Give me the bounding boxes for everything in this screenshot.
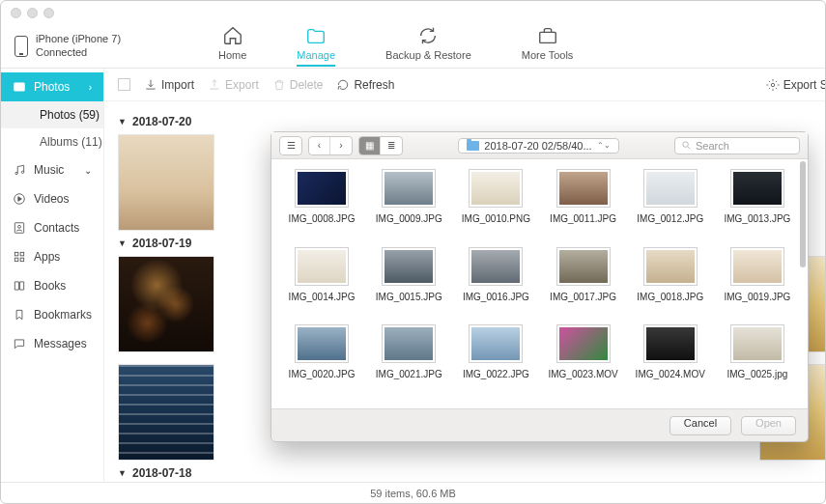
- file-thumb: [469, 247, 523, 286]
- apps-icon: [13, 250, 26, 264]
- tab-tools-label: More Tools: [522, 49, 574, 61]
- sidebar-item-apps[interactable]: Apps: [1, 242, 103, 271]
- file-label: IMG_0010.PNG: [462, 213, 530, 224]
- file-label: IMG_0009.JPG: [376, 213, 442, 224]
- back-button[interactable]: ‹: [309, 137, 330, 154]
- file-item[interactable]: IMG_0010.PNG: [453, 169, 538, 243]
- file-label: IMG_0018.JPG: [637, 292, 703, 302]
- file-item[interactable]: IMG_0012.JPG: [628, 169, 713, 243]
- file-item[interactable]: IMG_0017.JPG: [540, 247, 625, 322]
- svg-point-4: [21, 171, 23, 173]
- file-thumb: [556, 169, 611, 208]
- min-dot[interactable]: [27, 8, 38, 18]
- file-item[interactable]: IMG_0016.JPG: [453, 247, 538, 322]
- file-item[interactable]: IMG_0019.JPG: [715, 247, 800, 322]
- file-label: IMG_0022.JPG: [463, 369, 529, 379]
- date-group-header[interactable]: ▼2018-07-1843: [118, 466, 826, 480]
- file-thumb: [643, 169, 698, 208]
- file-item[interactable]: IMG_0025.jpg: [715, 324, 800, 399]
- file-label: IMG_0011.JPG: [550, 213, 616, 224]
- file-thumb: [295, 169, 349, 208]
- file-thumb: [643, 324, 698, 363]
- select-all-checkbox[interactable]: [118, 78, 130, 91]
- file-thumb: [295, 247, 349, 286]
- export-setting-button[interactable]: Export Setting: [766, 78, 826, 92]
- max-dot[interactable]: [43, 8, 54, 18]
- device-name: iPhone (iPhone 7): [36, 33, 121, 45]
- search-input[interactable]: Search: [674, 137, 800, 154]
- trash-icon: [272, 78, 286, 92]
- file-thumb: [556, 324, 611, 363]
- modal-footer: Cancel Open: [271, 408, 808, 441]
- file-item[interactable]: IMG_0024.MOV: [628, 324, 713, 399]
- refresh-button[interactable]: Refresh: [336, 78, 394, 92]
- phone-icon: [14, 36, 28, 57]
- sidebar-item-videos[interactable]: Videos: [1, 184, 103, 213]
- tab-manage-label: Manage: [297, 49, 335, 61]
- svg-point-12: [771, 83, 775, 87]
- file-label: IMG_0015.JPG: [376, 292, 442, 302]
- contacts-icon: [13, 221, 26, 235]
- file-item[interactable]: IMG_0015.JPG: [366, 247, 451, 322]
- forward-button[interactable]: ›: [330, 137, 352, 154]
- status-bar: 59 items, 60.6 MB: [1, 482, 825, 503]
- file-item[interactable]: IMG_0021.JPG: [366, 324, 451, 399]
- sidebar-item-messages[interactable]: Messages: [1, 329, 103, 358]
- photo-thumb[interactable]: [118, 134, 214, 231]
- tab-tools[interactable]: More Tools: [522, 25, 574, 67]
- path-dropdown[interactable]: 2018-07-20 02/58/40... ⌃⌄: [458, 138, 618, 154]
- sidebar-item-music[interactable]: Music ⌄: [1, 155, 103, 184]
- open-button[interactable]: Open: [741, 416, 796, 435]
- sidebar-item-books[interactable]: Books: [1, 271, 103, 300]
- scrollbar[interactable]: [800, 161, 806, 267]
- import-button[interactable]: Import: [144, 78, 194, 92]
- file-picker-modal: ☰ ‹ › ▦ ≣ 2018-07-20 02/58/40... ⌃⌄ Sear…: [271, 131, 809, 442]
- svg-point-13: [683, 142, 689, 148]
- export-button[interactable]: Export: [208, 78, 259, 92]
- cancel-button[interactable]: Cancel: [669, 416, 731, 435]
- file-item[interactable]: IMG_0008.JPG: [279, 169, 364, 243]
- file-item[interactable]: IMG_0023.MOV: [540, 324, 625, 399]
- sidebar-item-bookmarks[interactable]: Bookmarks: [1, 300, 103, 329]
- file-item[interactable]: IMG_0011.JPG: [540, 169, 625, 243]
- tab-home[interactable]: Home: [218, 25, 246, 67]
- sidebar-item-photos[interactable]: Photos ›: [1, 72, 103, 101]
- device-status: Connected: [36, 46, 121, 59]
- collapse-icon: ▼: [118, 238, 127, 248]
- sidebar-sub-albums[interactable]: Albums (11): [1, 128, 103, 155]
- sidebar: Photos › Photos (59) Albums (11) Music ⌄…: [1, 69, 104, 482]
- chevron-right-icon: ›: [89, 82, 92, 93]
- photo-thumb[interactable]: [118, 364, 214, 461]
- gear-icon: [766, 78, 780, 92]
- modal-header: ☰ ‹ › ▦ ≣ 2018-07-20 02/58/40... ⌃⌄ Sear…: [271, 132, 808, 159]
- sidebar-toggle-button[interactable]: ☰: [280, 137, 301, 154]
- file-item[interactable]: IMG_0009.JPG: [366, 169, 451, 243]
- tab-manage[interactable]: Manage: [297, 25, 335, 67]
- header: iPhone (iPhone 7) Connected Home Manage …: [1, 24, 825, 69]
- photo-thumb[interactable]: [118, 256, 214, 352]
- file-label: IMG_0024.MOV: [636, 369, 705, 379]
- grid-view-button[interactable]: ▦: [359, 137, 381, 154]
- file-thumb: [295, 324, 349, 363]
- file-thumb: [730, 247, 784, 286]
- file-label: IMG_0023.MOV: [548, 369, 617, 379]
- file-item[interactable]: IMG_0013.JPG: [715, 169, 800, 243]
- file-item[interactable]: IMG_0022.JPG: [453, 324, 538, 399]
- file-grid: IMG_0008.JPGIMG_0009.JPGIMG_0010.PNGIMG_…: [271, 159, 808, 408]
- file-thumb: [730, 169, 784, 208]
- sidebar-item-contacts[interactable]: Contacts: [1, 213, 103, 242]
- list-view-button[interactable]: ≣: [381, 137, 402, 154]
- delete-button[interactable]: Delete: [272, 78, 324, 92]
- file-label: IMG_0014.JPG: [289, 292, 356, 302]
- tab-backup[interactable]: Backup & Restore: [385, 25, 471, 67]
- toolbar: Import Export Delete Refresh Export Sett…: [104, 69, 826, 101]
- close-dot[interactable]: [11, 8, 21, 18]
- device-info[interactable]: iPhone (iPhone 7) Connected: [1, 33, 165, 58]
- file-label: IMG_0019.JPG: [724, 292, 790, 302]
- file-item[interactable]: IMG_0014.JPG: [279, 247, 364, 322]
- date-group-header[interactable]: ▼2018-07-203: [118, 115, 826, 128]
- sidebar-sub-photos[interactable]: Photos (59): [1, 101, 103, 128]
- file-label: IMG_0013.JPG: [724, 213, 790, 224]
- file-item[interactable]: IMG_0020.JPG: [279, 324, 364, 399]
- file-item[interactable]: IMG_0018.JPG: [628, 247, 713, 322]
